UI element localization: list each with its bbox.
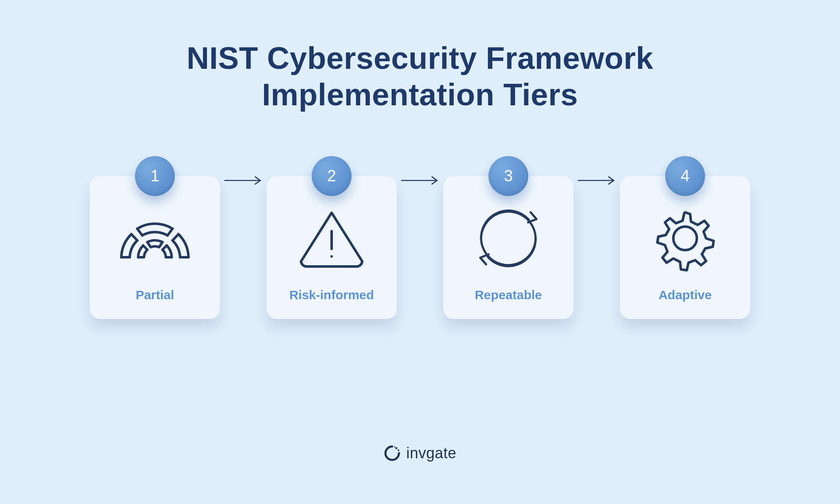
tier-card-body-4: Adaptive bbox=[620, 176, 750, 319]
tier-label-3: Repeatable bbox=[475, 288, 542, 302]
warning-icon bbox=[296, 193, 367, 284]
svg-point-5 bbox=[673, 227, 697, 250]
tier-badge-1: 1 bbox=[135, 156, 175, 196]
tier-badge-2: 2 bbox=[312, 156, 352, 196]
gauge-icon bbox=[113, 193, 197, 284]
svg-point-2 bbox=[330, 255, 333, 258]
tiers-row: 1 bbox=[90, 176, 750, 319]
cycle-icon bbox=[473, 193, 544, 284]
title-line-2: Implementation Tiers bbox=[262, 77, 578, 112]
invgate-logo-icon bbox=[384, 445, 400, 462]
tier-label-4: Adaptive bbox=[659, 288, 712, 302]
tier-card-body-1: Partial bbox=[90, 176, 220, 319]
tier-card-body-3: Repeatable bbox=[443, 176, 573, 319]
page-title: NIST Cybersecurity Framework Implementat… bbox=[186, 40, 653, 113]
brand-name: invgate bbox=[406, 444, 457, 462]
tier-card-2: 2 Risk-informed bbox=[267, 176, 397, 319]
arrow-icon bbox=[223, 168, 263, 193]
tier-card-4: 4 Adaptive bbox=[620, 176, 750, 319]
gear-icon bbox=[652, 193, 719, 284]
tier-card-1: 1 bbox=[90, 176, 220, 319]
svg-point-7 bbox=[398, 449, 399, 451]
diagram-page: NIST Cybersecurity Framework Implementat… bbox=[0, 0, 840, 504]
tier-card-body-2: Risk-informed bbox=[267, 176, 397, 319]
svg-point-9 bbox=[394, 447, 395, 448]
svg-point-8 bbox=[398, 452, 400, 453]
arrow-icon bbox=[577, 168, 617, 193]
tier-label-2: Risk-informed bbox=[289, 288, 374, 302]
svg-point-6 bbox=[395, 447, 397, 449]
brand-footer: invgate bbox=[384, 444, 457, 462]
tier-label-1: Partial bbox=[136, 288, 174, 302]
tier-card-3: 3 Repeatable bbox=[443, 176, 573, 319]
arrow-icon bbox=[400, 168, 440, 193]
tier-badge-3: 3 bbox=[489, 156, 529, 196]
title-line-1: NIST Cybersecurity Framework bbox=[186, 41, 653, 76]
tier-badge-4: 4 bbox=[665, 156, 705, 196]
